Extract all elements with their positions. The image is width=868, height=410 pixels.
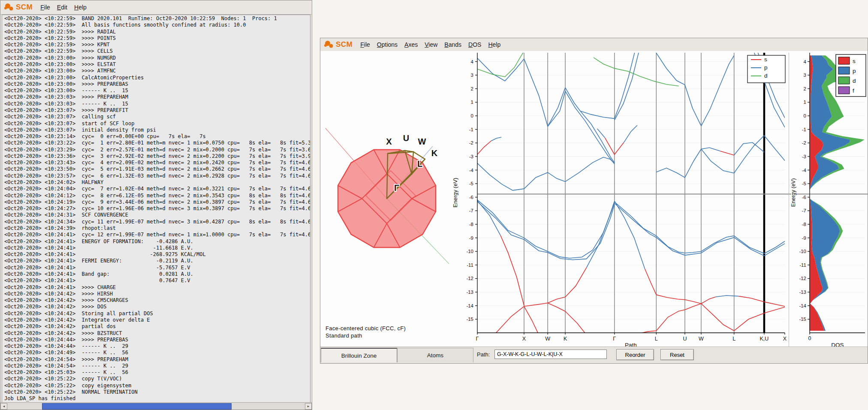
- svg-text:0: 0: [471, 113, 473, 118]
- svg-text:Γ: Γ: [476, 336, 479, 342]
- svg-text:0: 0: [804, 113, 806, 118]
- band-line-s: [734, 307, 785, 331]
- svg-text:L: L: [655, 336, 658, 342]
- scrollbar-thumb[interactable]: [42, 403, 232, 410]
- dos-plot[interactable]: 43210-1-2-3-4-5-6-7-8-9-10-11-12-13-14-1…: [791, 51, 868, 348]
- band-line-p: [624, 125, 637, 142]
- band-line-p: [701, 149, 734, 173]
- svg-text:4: 4: [804, 59, 807, 64]
- bandstructure-window: SCM FileOptionsAxesViewBandsDOSHelp: [320, 38, 868, 364]
- band-yaxis-label: Energy (eV): [452, 178, 458, 207]
- band-legend-label-s: s: [764, 56, 767, 63]
- band-line-p: [701, 148, 720, 151]
- svg-text:-2: -2: [469, 140, 473, 145]
- dos-yaxis-label: Energy (eV): [791, 178, 796, 207]
- bz-path-type: Standard path: [326, 332, 406, 339]
- band-line-p: [734, 136, 764, 173]
- band-line-s: [565, 268, 586, 297]
- band-structure-plot[interactable]: 43210-1-2-3-4-5-6-7-8-9-10-11-12-13-14-1…: [449, 51, 791, 348]
- menu-item-axes[interactable]: Axes: [404, 41, 418, 48]
- log-window-menubar: SCM FileEditHelp: [0, 0, 312, 15]
- dos-legend-label-f: f: [853, 87, 854, 94]
- menu-item-view[interactable]: View: [425, 41, 437, 48]
- band-line-p: [764, 136, 785, 161]
- svg-text:U: U: [683, 336, 687, 342]
- scrollbar-right-arrow-icon[interactable]: ▸: [305, 403, 312, 410]
- log-output[interactable]: <Oct20-2020> <10:22:59> BAND 2020.101 Ru…: [2, 15, 310, 403]
- tab-atoms[interactable]: Atoms: [397, 348, 473, 362]
- reset-button[interactable]: Reset: [660, 349, 694, 360]
- band-line-p: [565, 157, 615, 182]
- svg-text:-1: -1: [469, 127, 473, 132]
- band-line-p: [615, 203, 785, 256]
- dos-legend-label-p: p: [853, 68, 856, 74]
- svg-text:-6: -6: [802, 195, 806, 200]
- svg-text:K: K: [564, 336, 567, 342]
- svg-text:3: 3: [471, 72, 473, 78]
- desktop: SCM FileEditHelp <Oct20-2020> <10:22:59>…: [0, 0, 868, 410]
- svg-text:K: K: [431, 148, 438, 158]
- band-line-p: [701, 55, 734, 126]
- svg-text:K,U: K,U: [760, 336, 769, 342]
- menu-item-file[interactable]: File: [40, 4, 50, 11]
- scm-logo-icon: SCM: [4, 3, 33, 12]
- band-line-p: [477, 200, 524, 238]
- path-field-label: Path:: [477, 351, 490, 358]
- band-legend-label-p: p: [764, 64, 768, 71]
- bandstructure-content: X U W K L Γ Face-centered cubic (FCC, cF…: [320, 51, 868, 347]
- panel-divider: [789, 53, 789, 348]
- menu-item-bands[interactable]: Bands: [444, 41, 461, 48]
- menu-item-file[interactable]: File: [360, 41, 370, 48]
- svg-text:-4: -4: [802, 168, 807, 173]
- svg-text:-6: -6: [469, 195, 473, 200]
- band-line-s: [701, 304, 734, 331]
- dos-legend-label-s: s: [853, 58, 856, 64]
- band-line-d: [477, 52, 524, 77]
- bandstructure-window-menu: FileOptionsAxesViewBandsDOSHelp: [360, 41, 507, 48]
- scm-logo-icon: SCM: [324, 40, 353, 49]
- band-line-p: [548, 87, 565, 126]
- menu-item-options[interactable]: Options: [377, 41, 398, 48]
- band-line-p: [615, 202, 785, 253]
- svg-text:-10: -10: [466, 249, 473, 254]
- band-line-p: [716, 295, 739, 297]
- band-line-s: [524, 306, 540, 337]
- svg-text:-3: -3: [469, 154, 473, 159]
- tab-brillouin-zone[interactable]: Brillouin Zone: [321, 348, 397, 362]
- svg-text:1: 1: [471, 99, 473, 105]
- svg-text:-10: -10: [799, 249, 806, 254]
- svg-text:-8: -8: [469, 222, 473, 227]
- menu-item-help[interactable]: Help: [74, 4, 87, 11]
- scm-logo-text: SCM: [16, 3, 33, 12]
- svg-text:-14: -14: [466, 303, 473, 308]
- svg-text:-5: -5: [802, 181, 806, 186]
- brillouin-zone-3d-view[interactable]: X U W K L Γ: [320, 51, 449, 348]
- reorder-button[interactable]: Reorder: [616, 349, 654, 360]
- band-line-s: [548, 297, 565, 303]
- band-line-s: [500, 235, 524, 305]
- log-horizontal-scrollbar[interactable]: ◂ ▸: [0, 402, 312, 410]
- svg-text:3: 3: [804, 72, 806, 78]
- band-legend-label-d: d: [764, 72, 768, 79]
- band-line-s: [656, 295, 701, 304]
- menu-item-help[interactable]: Help: [488, 41, 500, 48]
- band-line-p: [477, 202, 524, 240]
- svg-text:-12: -12: [799, 276, 806, 281]
- scrollbar-left-arrow-icon[interactable]: ◂: [0, 403, 7, 410]
- svg-text:X: X: [522, 336, 526, 342]
- svg-text:Γ: Γ: [613, 336, 616, 342]
- svg-text:-11: -11: [799, 262, 806, 268]
- bz-lattice-caption: Face-centered cubic (FCC, cF) Standard p…: [326, 325, 406, 339]
- band-line-p: [734, 142, 764, 155]
- svg-text:1: 1: [804, 99, 806, 105]
- dos-zero-tick: 0: [808, 335, 811, 341]
- bandstructure-window-menubar: SCM FileOptionsAxesViewBandsDOSHelp: [320, 38, 868, 51]
- path-input[interactable]: [494, 350, 607, 359]
- menu-item-edit[interactable]: Edit: [57, 4, 67, 11]
- svg-text:L: L: [417, 159, 422, 169]
- svg-text:-15: -15: [466, 317, 473, 322]
- svg-text:2: 2: [471, 86, 473, 91]
- svg-text:4: 4: [471, 59, 474, 64]
- menu-item-dos[interactable]: DOS: [468, 41, 481, 48]
- svg-text:-4: -4: [469, 168, 474, 173]
